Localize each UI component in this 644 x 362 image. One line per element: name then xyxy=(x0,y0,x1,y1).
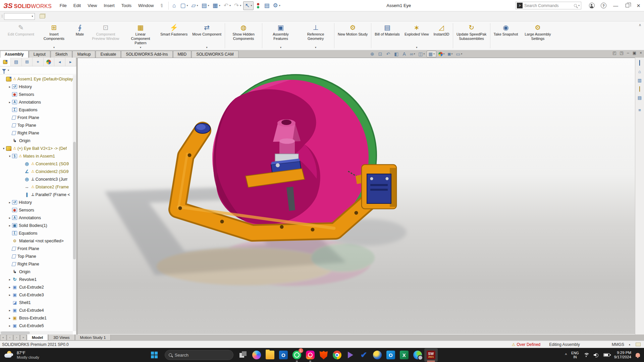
panel-scroll-left[interactable]: ◂ xyxy=(54,58,65,66)
tree-row[interactable]: ▸ ▣ Boss-Extrude1 xyxy=(0,314,73,322)
tree-row[interactable]: ⚠ Assem1 Eye (Default<Display xyxy=(0,75,73,83)
toolbar-grip[interactable]: ⁞⁞ xyxy=(1,14,3,18)
first-tab-button[interactable]: « xyxy=(0,335,6,341)
expander-icon[interactable]: ▸ xyxy=(7,293,12,297)
tab-solidworks-cam[interactable]: SOLIDWORKS CAM xyxy=(192,51,238,58)
tree-horizontal-scrollbar[interactable] xyxy=(0,331,73,335)
ribbon-separator[interactable] xyxy=(490,23,490,48)
view-settings-icon[interactable]: ▭ ▾ xyxy=(454,51,464,57)
globe-app-icon[interactable] xyxy=(371,348,384,362)
copilot-icon[interactable] xyxy=(250,348,263,362)
take-snapshot-button[interactable]: ◉ Take Snapshot xyxy=(491,21,521,50)
tab-evaluate[interactable]: Evaluate xyxy=(96,51,121,58)
large-assembly-settings-button[interactable]: ⚙ Large Assembly Settings xyxy=(520,21,555,50)
tree-row[interactable]: ▾ ⚠ (+) Eye Ball V2<1> -> (Def xyxy=(0,144,73,152)
tree-row[interactable]: Right Plane xyxy=(0,129,73,137)
ribbon-separator[interactable] xyxy=(371,23,371,48)
reference-geometry-button[interactable]: ⊥ Reference Geometry ▾ xyxy=(298,21,333,50)
whatsapp-icon[interactable]: 1 xyxy=(290,348,304,362)
doc-tab-3d-views[interactable]: 3D Views xyxy=(48,335,74,341)
tile-left-icon[interactable]: ◰ xyxy=(612,51,616,55)
tree-row[interactable]: ◎ ⚠ Concentric1 (SG9 xyxy=(0,160,73,168)
show-hidden-components-button[interactable]: ◍ Show Hidden Components xyxy=(226,21,261,50)
wifi-icon[interactable] xyxy=(583,353,589,358)
tree-row[interactable]: ↔ ⚠ Distance2 (Frame xyxy=(0,183,73,191)
outlook-icon[interactable]: O xyxy=(277,348,290,362)
propertymanager-tab[interactable]: ▤ xyxy=(11,58,21,66)
next-tab-button[interactable]: › xyxy=(13,335,20,341)
component-preview-window-button[interactable]: ⊡ Component Preview Window xyxy=(88,21,123,50)
minimize-doc-icon[interactable]: – xyxy=(627,51,629,55)
search-commands-box[interactable]: > Search Commands ▾ xyxy=(516,2,581,9)
ribbon-separator[interactable] xyxy=(334,23,334,48)
move-component-button[interactable]: ⇄ Move Component ▾ xyxy=(190,21,224,50)
insert-components-button[interactable]: ⊞ Insert Components ▾ xyxy=(37,21,71,50)
file-explorer-pane-icon[interactable] xyxy=(639,86,640,92)
mate-button[interactable]: ∮ Mate xyxy=(71,21,88,50)
dynamic-annotation-views-icon[interactable]: A xyxy=(401,51,408,57)
tree-row[interactable]: Right Plane xyxy=(0,260,73,268)
solidworks-resources-icon[interactable]: ⌂ xyxy=(638,69,641,74)
ribbon-separator[interactable] xyxy=(225,23,225,48)
tab-sketch[interactable]: Sketch xyxy=(51,51,72,58)
menu-item[interactable]: Window xyxy=(135,2,157,9)
expander-icon[interactable]: ▸ xyxy=(7,216,12,220)
tray-chevron-icon[interactable]: ^ xyxy=(565,353,567,357)
tree-row[interactable]: Front Plane xyxy=(0,245,73,252)
tree-row[interactable]: ▸ ↺ History xyxy=(0,198,73,206)
restore-button[interactable] xyxy=(622,3,633,8)
view-orientation-icon[interactable]: ▦ ▾ xyxy=(427,51,436,57)
chrome-icon[interactable] xyxy=(330,348,344,362)
zoom-to-area-icon[interactable]: ⊡ xyxy=(377,51,384,57)
units-caret-icon[interactable]: ▴ xyxy=(629,343,630,346)
open-document-icon[interactable]: ▱ ▾ xyxy=(190,1,199,10)
expander-icon[interactable]: ▸ xyxy=(7,286,12,289)
menu-item[interactable]: Edit xyxy=(70,2,84,9)
expander-icon[interactable]: ▸ xyxy=(7,309,12,312)
pin-icon[interactable]: ✎ xyxy=(159,2,165,9)
smart-fasteners-button[interactable]: ⚡ Smart Fasteners xyxy=(158,21,190,50)
display-style-icon[interactable]: ◫ ▾ xyxy=(417,51,426,57)
home-icon[interactable]: ⌂ xyxy=(171,1,178,10)
expander-icon[interactable]: ▾ xyxy=(7,155,12,158)
save-icon[interactable]: ▤ ▾ xyxy=(200,1,210,10)
tree-row[interactable]: ▸ ▣ Cut-Extrude3 xyxy=(0,291,73,299)
notification-bell-icon[interactable] xyxy=(636,353,640,357)
custom-properties-icon[interactable]: ≡ xyxy=(638,108,641,113)
tree-row[interactable]: Σ Equations xyxy=(0,106,73,114)
doc-tab-model[interactable]: Model xyxy=(27,335,48,341)
expander-icon[interactable]: ▸ xyxy=(7,278,12,281)
solidworks-taskbar-icon[interactable]: SW2021 xyxy=(424,348,438,362)
options-gear-icon[interactable]: ⚙▾ xyxy=(272,2,282,10)
menu-item[interactable]: File xyxy=(56,2,70,9)
file-explorer-icon[interactable] xyxy=(263,348,277,362)
search-caret-icon[interactable]: ▾ xyxy=(578,4,580,7)
instant3d-button[interactable]: ◿ Instant3D xyxy=(431,21,451,50)
tree-row[interactable]: ▸ ▣ Cut-Extrude5 xyxy=(0,322,73,329)
filter-caret-icon[interactable]: ▾ xyxy=(8,69,9,72)
weather-widget[interactable]: 87°F Mostly cloudy xyxy=(4,351,85,360)
graphics-viewport[interactable] xyxy=(78,58,635,335)
search-icon[interactable] xyxy=(574,4,577,7)
status-tag-icon[interactable] xyxy=(636,343,641,346)
dimxpertmanager-tab[interactable]: ⌖ xyxy=(33,58,43,66)
featuremanager-tab[interactable] xyxy=(0,58,11,66)
tile-right-icon[interactable]: ◳ xyxy=(620,51,624,55)
tab-layout[interactable]: Layout xyxy=(29,51,50,58)
tree-row[interactable]: ⚙ Material <not specified> xyxy=(0,237,73,245)
close-doc-icon[interactable]: × xyxy=(640,51,642,55)
assembly-features-button[interactable]: ▣ Assembly Features ▾ xyxy=(263,21,298,50)
configurationmanager-tab[interactable]: ⊞ xyxy=(22,58,33,66)
tree-row[interactable]: ↳ Origin xyxy=(0,268,73,276)
menu-item[interactable]: Insert xyxy=(100,2,118,9)
tree-row[interactable]: Top Plane xyxy=(0,252,73,260)
tree-row[interactable]: ▸ ▣ Solid Bodies(1) xyxy=(0,222,73,229)
configuration-combobox[interactable]: ▾ xyxy=(4,13,35,20)
tree-row[interactable]: ◪ Shell1 xyxy=(0,299,73,306)
prev-tab-button[interactable]: ‹ xyxy=(7,335,13,341)
hide-show-items-icon[interactable]: ∞ ▾ xyxy=(409,51,417,57)
task-pane-toggle-icon[interactable] xyxy=(639,60,640,65)
last-tab-button[interactable]: » xyxy=(20,335,26,341)
tab-mbd[interactable]: MBD xyxy=(173,51,192,58)
edit-appearance-icon[interactable]: ▾ xyxy=(437,52,446,57)
